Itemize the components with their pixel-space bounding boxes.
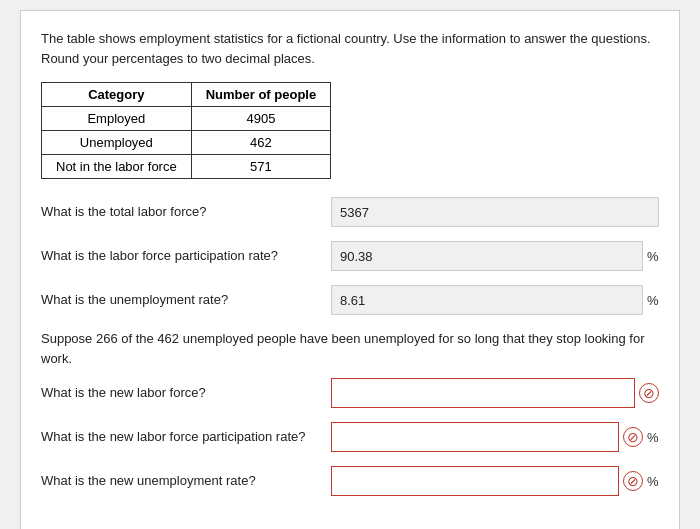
percent-unit-q6: % — [647, 474, 659, 489]
question-label-q1: What is the total labor force? — [41, 202, 321, 222]
question-label-q2: What is the labor force participation ra… — [41, 246, 321, 266]
answer-wrap-q4 — [331, 378, 659, 408]
table-row: Not in the labor force571 — [42, 155, 331, 179]
col1-header: Category — [42, 83, 192, 107]
category-cell: Employed — [42, 107, 192, 131]
count-cell: 571 — [191, 155, 331, 179]
table-row: Unemployed462 — [42, 131, 331, 155]
count-cell: 462 — [191, 131, 331, 155]
answer-input-q1[interactable] — [331, 197, 659, 227]
percent-unit-q2: % — [647, 249, 659, 264]
suppose-text: Suppose 266 of the 462 unemployed people… — [41, 329, 659, 368]
question-row-q5: What is the new labor force participatio… — [41, 422, 659, 452]
question-label-q3: What is the unemployment rate? — [41, 290, 321, 310]
answer-input-q4[interactable] — [331, 378, 635, 408]
question-row-q3: What is the unemployment rate?% — [41, 285, 659, 315]
percent-unit-q3: % — [647, 293, 659, 308]
error-icon-q4 — [639, 383, 659, 403]
question-row-q6: What is the new unemployment rate?% — [41, 466, 659, 496]
error-icon-q6 — [623, 471, 643, 491]
question-label-q5: What is the new labor force participatio… — [41, 427, 321, 447]
answer-input-q5[interactable] — [331, 422, 619, 452]
answer-input-q6[interactable] — [331, 466, 619, 496]
question-row-q1: What is the total labor force? — [41, 197, 659, 227]
question-label-q4: What is the new labor force? — [41, 383, 321, 403]
question-row-q4: What is the new labor force? — [41, 378, 659, 408]
question-label-q6: What is the new unemployment rate? — [41, 471, 321, 491]
percent-unit-q5: % — [647, 430, 659, 445]
col2-header: Number of people — [191, 83, 331, 107]
main-card: The table shows employment statistics fo… — [20, 10, 680, 529]
answer-wrap-q1 — [331, 197, 659, 227]
category-cell: Unemployed — [42, 131, 192, 155]
question-row-q2: What is the labor force participation ra… — [41, 241, 659, 271]
answer-wrap-q5: % — [331, 422, 659, 452]
error-icon-q5 — [623, 427, 643, 447]
category-cell: Not in the labor force — [42, 155, 192, 179]
stats-table: Category Number of people Employed4905Un… — [41, 82, 331, 179]
table-row: Employed4905 — [42, 107, 331, 131]
answer-wrap-q6: % — [331, 466, 659, 496]
answer-input-q2[interactable] — [331, 241, 643, 271]
count-cell: 4905 — [191, 107, 331, 131]
answer-wrap-q2: % — [331, 241, 659, 271]
answer-wrap-q3: % — [331, 285, 659, 315]
intro-text: The table shows employment statistics fo… — [41, 29, 659, 68]
answer-input-q3[interactable] — [331, 285, 643, 315]
